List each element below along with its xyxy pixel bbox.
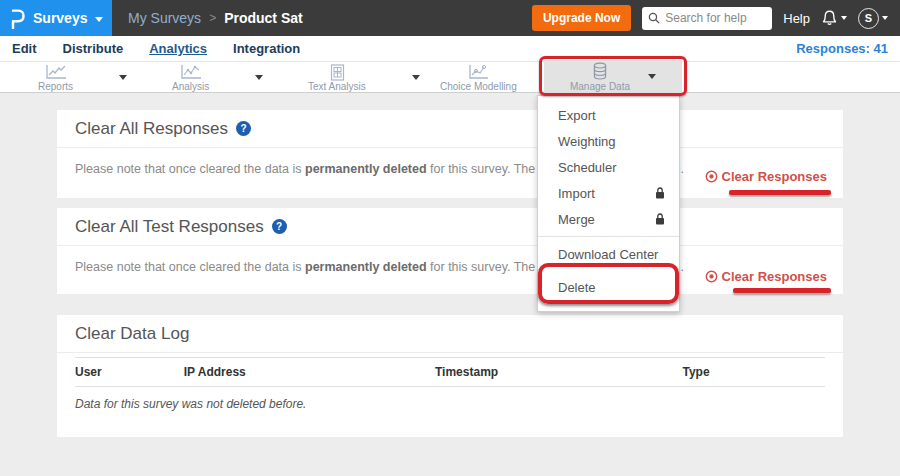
header-right-group: Upgrade Now Help S <box>532 5 900 31</box>
column-header-ip: IP Address <box>184 365 435 379</box>
chevron-down-icon <box>841 16 847 20</box>
menu-item-scheduler[interactable]: Scheduler <box>538 154 679 180</box>
note-bold-text: permanently deleted <box>305 260 427 274</box>
menu-item-label: Delete <box>558 280 596 295</box>
avatar: S <box>858 8 879 29</box>
toolbar-label: Text Analysis <box>308 82 366 92</box>
logo-area[interactable]: Surveys <box>0 0 112 36</box>
breadcrumb-parent[interactable]: My Surveys <box>128 10 201 26</box>
menu-separator <box>538 236 679 237</box>
menu-item-delete[interactable]: Delete <box>538 271 679 303</box>
note-bold-text: permanently deleted <box>305 162 427 176</box>
chevron-down-icon <box>882 16 888 20</box>
toolbar-label: Analysis <box>172 82 209 92</box>
menu-item-label: Download Center <box>558 247 658 262</box>
manage-data-menu: Export Weighting Scheduler Import Merge … <box>537 95 680 312</box>
clear-test-responses-card: Clear All Test Responses ? Please note t… <box>57 208 843 294</box>
scatter-chart-icon <box>179 64 203 81</box>
card-header: Clear All Test Responses ? <box>57 208 843 246</box>
clear-responses-label: Clear Responses <box>722 169 828 184</box>
empty-log-message: Data for this survey was not deleted bef… <box>75 387 825 421</box>
chevron-down-icon[interactable] <box>119 75 127 80</box>
menu-item-import[interactable]: Import <box>538 180 679 206</box>
menu-item-label: Merge <box>558 212 595 227</box>
toolbar-reports[interactable]: Reports <box>38 62 127 93</box>
analytics-toolbar: Reports Analysis Text Analysis Choice Mo… <box>0 62 900 93</box>
toolbar-label: Manage Data <box>570 82 630 92</box>
toolbar-text-analysis[interactable]: Text Analysis <box>308 62 420 93</box>
tab-edit[interactable]: Edit <box>12 41 37 56</box>
document-grid-icon <box>328 64 346 81</box>
data-log-table: User IP Address Timestamp Type Data for … <box>75 357 825 421</box>
breadcrumb: My Surveys > Product Sat <box>128 10 303 26</box>
card-header: Clear Data Log <box>57 315 843 353</box>
column-header-type: Type <box>683 365 826 379</box>
menu-item-merge[interactable]: Merge <box>538 206 679 232</box>
upgrade-now-button[interactable]: Upgrade Now <box>532 5 631 31</box>
breadcrumb-separator: > <box>209 11 216 25</box>
notifications-control[interactable] <box>821 9 847 27</box>
column-header-timestamp: Timestamp <box>435 365 683 379</box>
chevron-down-icon[interactable] <box>412 75 420 80</box>
lock-icon <box>655 213 665 225</box>
clear-target-icon <box>705 270 718 283</box>
clear-responses-label: Clear Responses <box>722 269 828 284</box>
breadcrumb-current: Product Sat <box>224 10 303 26</box>
choice-chart-icon <box>466 64 490 81</box>
chevron-down-icon <box>95 17 103 22</box>
clear-responses-button[interactable]: Clear Responses <box>705 169 828 184</box>
menu-item-label: Export <box>558 108 596 123</box>
clear-all-responses-card: Clear All Responses ? Please note that o… <box>57 110 843 198</box>
help-link[interactable]: Help <box>783 11 810 26</box>
menu-item-label: Import <box>558 186 595 201</box>
menu-item-label: Scheduler <box>558 160 617 175</box>
database-icon <box>591 62 609 81</box>
help-icon[interactable]: ? <box>236 121 251 136</box>
tab-distribute[interactable]: Distribute <box>63 41 124 56</box>
help-icon[interactable]: ? <box>272 219 287 234</box>
search-icon <box>648 12 660 24</box>
menu-item-export[interactable]: Export <box>538 102 679 128</box>
clear-data-log-card: Clear Data Log User IP Address Timestamp… <box>57 315 843 437</box>
card-header: Clear All Responses ? <box>57 110 843 148</box>
clear-target-icon <box>705 170 718 183</box>
line-chart-icon <box>44 64 68 81</box>
toolbar-label: Reports <box>38 82 73 92</box>
search-input[interactable] <box>665 11 766 25</box>
menu-item-download-center[interactable]: Download Center <box>538 241 679 267</box>
menu-item-weighting[interactable]: Weighting <box>538 128 679 154</box>
chevron-down-icon[interactable] <box>648 74 656 79</box>
bell-icon <box>821 9 838 27</box>
clear-test-responses-button[interactable]: Clear Responses <box>705 269 828 284</box>
section-title: Clear All Test Responses <box>75 217 264 237</box>
account-control[interactable]: S <box>858 8 888 29</box>
section-title: Clear Data Log <box>75 324 189 344</box>
toolbar-analysis[interactable]: Analysis <box>172 62 263 93</box>
column-header-user: User <box>75 365 184 379</box>
toolbar-manage-data[interactable]: Manage Data <box>544 60 682 93</box>
menu-item-label: Weighting <box>558 134 616 149</box>
responses-count[interactable]: Responses: 41 <box>796 41 888 56</box>
note-text: Please note that once cleared the data i… <box>75 260 305 274</box>
lock-icon <box>655 187 665 199</box>
help-search-box[interactable] <box>642 7 772 30</box>
toolbar-label: Choice Modelling <box>440 82 517 92</box>
app-title: Surveys <box>33 10 87 26</box>
section-title: Clear All Responses <box>75 119 228 139</box>
tab-analytics[interactable]: Analytics <box>149 41 207 56</box>
top-header: Surveys My Surveys > Product Sat Upgrade… <box>0 0 900 36</box>
tab-integration[interactable]: Integration <box>233 41 300 56</box>
brand-logo-icon <box>10 8 25 29</box>
survey-nav: Edit Distribute Analytics Integration Re… <box>0 36 900 62</box>
table-header-row: User IP Address Timestamp Type <box>75 357 825 387</box>
chevron-down-icon[interactable] <box>255 75 263 80</box>
note-text: Please note that once cleared the data i… <box>75 162 305 176</box>
